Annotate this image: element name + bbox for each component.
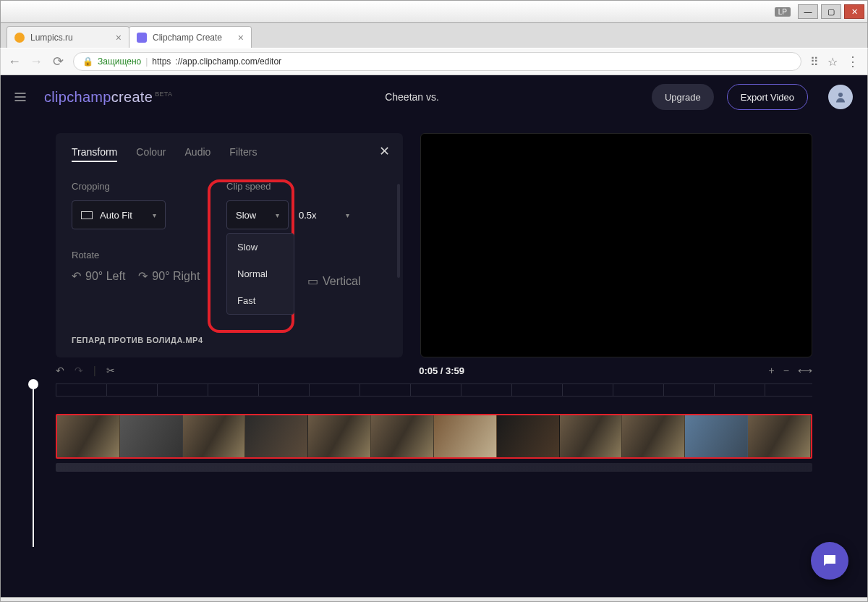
tab-colour[interactable]: Colour bbox=[136, 146, 166, 162]
chat-icon bbox=[821, 552, 838, 569]
speed-options-menu: Slow Normal Fast bbox=[226, 233, 294, 315]
app-root: clipchampcreateBETA Cheetan vs. Upgrade … bbox=[0, 75, 868, 598]
tab-audio[interactable]: Audio bbox=[185, 146, 211, 162]
help-chat-button[interactable] bbox=[811, 542, 848, 580]
clip-speed-label: Clip speed bbox=[226, 181, 360, 192]
window-titlebar: LP — ▢ ✕ bbox=[0, 0, 868, 23]
cropping-value: Auto Fit bbox=[100, 210, 132, 221]
close-icon[interactable]: × bbox=[238, 32, 244, 43]
clip-speed-dropdown[interactable]: Slow ▾ bbox=[226, 200, 289, 229]
zoom-in-button[interactable]: + bbox=[769, 365, 775, 376]
cropping-label: Cropping bbox=[72, 181, 209, 192]
rotate-right-icon: ↷ bbox=[138, 269, 148, 283]
playhead-handle[interactable] bbox=[28, 379, 38, 389]
rotate-left-icon: ↶ bbox=[72, 269, 81, 283]
browser-tab-clipchamp[interactable]: Clipchamp Create × bbox=[129, 26, 252, 48]
chevron-down-icon: ▾ bbox=[276, 211, 279, 219]
speed-option-fast[interactable]: Fast bbox=[227, 287, 294, 314]
project-title[interactable]: Cheetan vs. bbox=[385, 91, 439, 103]
rotate-left-button[interactable]: ↶90° Left bbox=[72, 269, 125, 283]
tab-transform[interactable]: Transform bbox=[72, 146, 117, 162]
window-maximize-button[interactable]: ▢ bbox=[821, 4, 841, 19]
zoom-fit-button[interactable]: ⟷ bbox=[798, 365, 812, 376]
speed-option-slow[interactable]: Slow bbox=[227, 234, 294, 260]
translate-icon[interactable]: ⠿ bbox=[810, 55, 819, 69]
url-protocol: https bbox=[152, 56, 171, 67]
browser-menu-button[interactable]: ⋮ bbox=[846, 54, 860, 69]
reload-button[interactable]: ⟳ bbox=[51, 54, 64, 69]
bookmark-icon[interactable]: ☆ bbox=[827, 55, 838, 69]
time-display: 0:05 / 3:59 bbox=[419, 365, 464, 376]
fit-icon bbox=[81, 211, 93, 219]
user-badge: LP bbox=[775, 7, 791, 17]
clip-thumbnail bbox=[183, 415, 246, 457]
export-video-button[interactable]: Export Video bbox=[727, 84, 808, 110]
secure-label: Защищено bbox=[98, 56, 141, 67]
favicon-icon bbox=[137, 33, 147, 43]
multiplier-value: 0.5x bbox=[299, 210, 317, 221]
editor-body: ✕ Transform Colour Audio Filters Croppin… bbox=[1, 119, 867, 357]
menu-button[interactable] bbox=[9, 86, 31, 108]
clip-thumbnail bbox=[685, 415, 748, 457]
clip-thumbnail bbox=[434, 415, 497, 457]
window-minimize-button[interactable]: — bbox=[798, 4, 818, 19]
browser-tab-lumpics[interactable]: Lumpics.ru × bbox=[7, 26, 129, 48]
close-icon[interactable]: × bbox=[116, 32, 122, 43]
clip-thumbnail bbox=[560, 415, 623, 457]
user-icon bbox=[834, 90, 847, 103]
window-close-button[interactable]: ✕ bbox=[844, 4, 864, 19]
timeline-toolbar: ↶ ↷ | ✂ 0:05 / 3:59 + − ⟷ bbox=[1, 357, 867, 381]
upgrade-button[interactable]: Upgrade bbox=[652, 84, 714, 110]
clip-thumbnail bbox=[497, 415, 560, 457]
rotate-label: Rotate bbox=[72, 250, 209, 260]
panel-tabs: Transform Colour Audio Filters bbox=[72, 146, 387, 162]
clip-thumbnail bbox=[245, 415, 308, 457]
timeline-ruler[interactable] bbox=[56, 383, 812, 397]
app-header: clipchampcreateBETA Cheetan vs. Upgrade … bbox=[1, 75, 867, 119]
speed-multiplier-dropdown[interactable]: 0.5x ▾ bbox=[299, 200, 349, 229]
flip-icon: ▭ bbox=[307, 274, 318, 288]
split-button[interactable]: ✂ bbox=[106, 365, 115, 376]
browser-tab-strip: Lumpics.ru × Clipchamp Create × bbox=[0, 23, 868, 48]
close-panel-button[interactable]: ✕ bbox=[379, 143, 390, 159]
zoom-out-button[interactable]: − bbox=[783, 365, 789, 376]
panel-scrollbar[interactable] bbox=[397, 184, 400, 278]
clip-thumbnail bbox=[748, 415, 811, 457]
clip-thumbnail bbox=[120, 415, 183, 457]
properties-panel: ✕ Transform Colour Audio Filters Croppin… bbox=[56, 133, 403, 357]
forward-button[interactable]: → bbox=[30, 54, 43, 69]
url-path: ://app.clipchamp.com/editor bbox=[175, 56, 281, 67]
clip-thumbnail bbox=[622, 415, 685, 457]
lock-icon: 🔒 bbox=[82, 56, 93, 67]
rotate-right-button[interactable]: ↷90° Right bbox=[138, 269, 200, 283]
clip-thumbnail bbox=[308, 415, 371, 457]
tab-filters[interactable]: Filters bbox=[229, 146, 257, 162]
cropping-dropdown[interactable]: Auto Fit ▾ bbox=[72, 200, 166, 229]
clip-thumbnail bbox=[57, 415, 120, 457]
playhead-line bbox=[33, 388, 34, 547]
app-logo: clipchampcreateBETA bbox=[44, 89, 172, 106]
speed-option-normal[interactable]: Normal bbox=[227, 260, 294, 287]
clip-speed-value: Slow bbox=[236, 210, 256, 221]
favicon-icon bbox=[14, 33, 25, 43]
redo-button[interactable]: ↷ bbox=[75, 365, 83, 376]
chevron-down-icon: ▾ bbox=[153, 211, 156, 219]
audio-track[interactable] bbox=[56, 463, 812, 472]
back-button[interactable]: ← bbox=[8, 54, 21, 69]
clip-thumbnail bbox=[371, 415, 434, 457]
flip-vertical-button[interactable]: ▭ Vertical bbox=[307, 274, 360, 288]
clip-filename: ГЕПАРД ПРОТИВ БОЛИДА.MP4 bbox=[72, 336, 203, 344]
address-bar[interactable]: 🔒 Защищено | https://app.clipchamp.com/e… bbox=[73, 52, 801, 71]
user-avatar[interactable] bbox=[828, 85, 853, 109]
timeline[interactable] bbox=[1, 383, 867, 472]
window-bottom-frame bbox=[0, 598, 868, 602]
chevron-down-icon: ▾ bbox=[346, 211, 349, 219]
hamburger-icon bbox=[13, 90, 27, 104]
tab-title: Clipchamp Create bbox=[153, 33, 222, 43]
video-preview[interactable] bbox=[420, 133, 812, 357]
browser-toolbar: ← → ⟳ 🔒 Защищено | https://app.clipchamp… bbox=[0, 48, 868, 75]
video-clip-track[interactable] bbox=[56, 414, 812, 459]
tab-title: Lumpics.ru bbox=[30, 33, 73, 43]
undo-button[interactable]: ↶ bbox=[56, 365, 64, 376]
svg-point-0 bbox=[838, 93, 843, 97]
